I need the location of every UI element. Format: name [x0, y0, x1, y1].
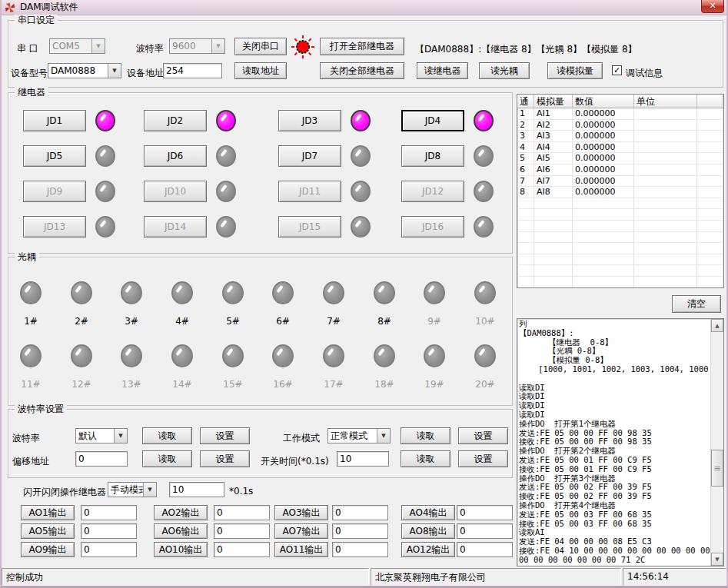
- ao8-output-input[interactable]: [457, 523, 513, 539]
- opto-2-label: 2#: [64, 316, 99, 327]
- col-header-unit[interactable]: 单位: [634, 95, 697, 108]
- cell-channel: 6: [517, 164, 534, 176]
- ao7-output-button[interactable]: AO7输出: [274, 523, 328, 539]
- ao1-output-button[interactable]: AO1输出: [21, 505, 75, 520]
- ao9-output-button[interactable]: AO9输出: [21, 542, 75, 557]
- cell-extra: [697, 187, 723, 198]
- opto-cell: 3#: [114, 281, 149, 327]
- relay-jd6-button[interactable]: JD6: [144, 145, 207, 167]
- read-addr-button[interactable]: 读取地址: [234, 62, 287, 79]
- close-all-relays-button[interactable]: 关闭全部继电器: [320, 62, 404, 79]
- opto-5-lamp: [222, 281, 244, 304]
- ao5-output-button[interactable]: AO5输出: [21, 523, 75, 539]
- opto-cell: 17#: [316, 344, 351, 390]
- relay-jd4-button[interactable]: JD4: [401, 110, 464, 131]
- ao11-output-button[interactable]: AO11输出: [274, 542, 328, 557]
- log-panel[interactable]: 列 【DAM0888】: 【继电器 0-8】 【光耦 0-8】 【模拟量 0-8…: [517, 318, 724, 566]
- ao12-output-input[interactable]: [457, 542, 513, 557]
- flash-time-input[interactable]: [169, 482, 224, 497]
- read-opto-button[interactable]: 读光耦: [479, 62, 530, 79]
- device-addr-input[interactable]: [163, 63, 222, 78]
- ao2-output-button[interactable]: AO2输出: [154, 505, 208, 520]
- scroll-down-icon[interactable]: [711, 553, 723, 566]
- scroll-up-icon[interactable]: [711, 319, 723, 332]
- offset-set-button[interactable]: 设置: [200, 450, 250, 467]
- debug-info-label: 调试信息: [626, 67, 663, 80]
- offset-addr-input[interactable]: [75, 451, 128, 467]
- ao4-output-input[interactable]: [457, 505, 513, 520]
- ao9-output-input[interactable]: [81, 542, 137, 557]
- ao2-output-input[interactable]: [214, 505, 270, 520]
- opto-10-label: 10#: [467, 316, 503, 327]
- ao1-output-input[interactable]: [81, 505, 137, 520]
- opto-cell: 12#: [64, 344, 99, 390]
- table-row-empty: [517, 198, 723, 210]
- cell-extra: [697, 142, 723, 154]
- close-button[interactable]: ✕: [701, 0, 724, 13]
- ao11-output-input[interactable]: [332, 542, 388, 557]
- ao5-output-input[interactable]: [81, 523, 137, 539]
- ao10-output-input[interactable]: [214, 542, 270, 557]
- cell-value: 0.000000: [573, 120, 634, 131]
- relay-cell: JD4: [401, 110, 494, 131]
- flash-mode-combo[interactable]: 手动模式: [108, 482, 157, 497]
- relay-jd1-button[interactable]: JD1: [23, 110, 86, 131]
- relay-jd7-button[interactable]: JD7: [278, 145, 341, 167]
- table-row: 5 AI5 0.000000: [517, 153, 723, 164]
- opto-1-label: 1#: [13, 316, 48, 327]
- switch-time-label: 开关时间(*0.1s): [261, 455, 329, 468]
- offset-read-button[interactable]: 读取: [142, 450, 192, 467]
- ao10-output-button[interactable]: AO10输出: [154, 542, 208, 557]
- cell-value: 0.000000: [573, 142, 634, 154]
- log-scrollbar[interactable]: [710, 319, 723, 566]
- ao4-output-button[interactable]: AO4输出: [401, 505, 455, 520]
- baud-set-button[interactable]: 设置: [200, 427, 250, 444]
- relay-jd14-lamp: [216, 216, 236, 238]
- clear-log-button[interactable]: 清空: [672, 295, 721, 313]
- relay-jd3-button[interactable]: JD3: [278, 110, 341, 131]
- relay-jd8-button[interactable]: JD8: [401, 145, 464, 167]
- flash-relay-label: 闪开闪闭操作继电器: [23, 486, 106, 499]
- ao3-output-input[interactable]: [332, 505, 388, 520]
- switch-time-input[interactable]: [337, 451, 389, 467]
- close-serial-button[interactable]: 关闭串口: [234, 38, 287, 55]
- baud-combo[interactable]: 默认: [75, 428, 128, 443]
- ao12-output-button[interactable]: AO12输出: [401, 542, 455, 557]
- ao3-output-button[interactable]: AO3输出: [274, 505, 328, 520]
- col-header-analog[interactable]: 模拟量: [534, 95, 573, 108]
- relay-jd5-button[interactable]: JD5: [23, 145, 86, 167]
- relay-jd2-button[interactable]: JD2: [144, 110, 207, 131]
- opto-cell: 9#: [417, 281, 452, 327]
- col-header-extra[interactable]: [697, 95, 723, 108]
- table-row: 2 AI2 0.000000: [517, 120, 723, 131]
- ao8-output-button[interactable]: AO8输出: [401, 523, 455, 539]
- scrollbar-thumb[interactable]: [711, 450, 723, 487]
- read-analog-button[interactable]: 读模拟量: [547, 62, 603, 79]
- work-mode-set-button[interactable]: 设置: [458, 427, 508, 444]
- debug-info-checkbox[interactable]: [612, 65, 622, 75]
- opto-cell: 6#: [265, 281, 301, 327]
- opto-7-label: 7#: [316, 316, 351, 327]
- table-row-empty: [517, 265, 723, 277]
- work-mode-combo[interactable]: 正常模式: [327, 428, 391, 443]
- device-model-combo[interactable]: DAM0888: [48, 63, 121, 78]
- opto-5-label: 5#: [215, 316, 251, 327]
- opto-8-lamp: [374, 281, 395, 304]
- opto-20-label: 20#: [467, 379, 503, 390]
- relay-cell: JD8: [401, 145, 494, 167]
- switch-time-read-button[interactable]: 读取: [401, 450, 450, 467]
- baud-read-button[interactable]: 读取: [142, 427, 192, 444]
- cell-analog: AI6: [534, 164, 573, 176]
- read-relay-button[interactable]: 读继电器: [417, 62, 468, 79]
- opto-7-lamp: [323, 281, 344, 304]
- col-header-value[interactable]: 数值: [573, 95, 634, 108]
- col-header-channel[interactable]: 通: [517, 95, 534, 108]
- ao7-output-input[interactable]: [332, 523, 388, 539]
- opto-cell: 15#: [215, 344, 251, 390]
- switch-time-set-button[interactable]: 设置: [458, 450, 508, 467]
- opto-cell: 2#: [64, 281, 99, 327]
- open-all-relays-button[interactable]: 打开全部继电器: [320, 38, 404, 55]
- ao6-output-button[interactable]: AO6输出: [154, 523, 208, 539]
- work-mode-read-button[interactable]: 读取: [401, 427, 450, 444]
- ao6-output-input[interactable]: [214, 523, 270, 539]
